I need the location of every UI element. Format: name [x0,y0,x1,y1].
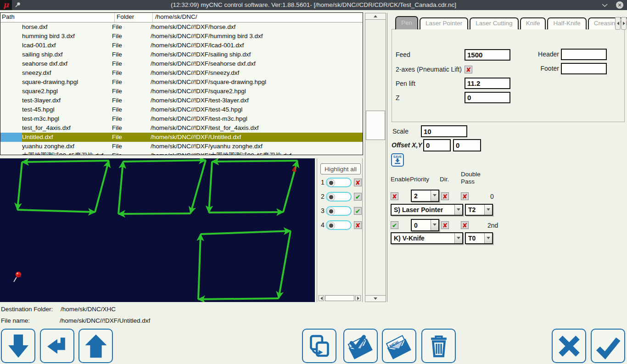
new-file-button[interactable]: NEW [382,329,416,363]
layer2-extra-value: 2nd [487,222,498,229]
layer2-tool-dropdown[interactable]: K) V-Knife [391,232,463,244]
tab-knife[interactable]: Knife [520,17,546,29]
layer2-enable-checkbox[interactable]: ✔ [391,221,398,229]
table-row[interactable]: test_for_4axis.dxfFile/home/sk/DNC//!DXF… [0,123,363,133]
pushpin-icon [12,270,23,283]
current-directory: /home/sk/DNC/ [155,13,197,20]
triangle-right-icon [623,22,625,25]
toggle-knob-icon [327,207,335,215]
file-name-value: /home/sk/DNC//!DXF/Untitled.dxf [60,317,150,324]
chevron-down-icon[interactable] [431,190,438,201]
table-row[interactable]: lcad-001.dxfFile/home/sk/DNC//!DXF/lcad-… [0,41,363,50]
save-label: SAVE [392,155,403,158]
up-folder-button[interactable] [78,329,113,363]
save-arrow-icon [394,158,401,164]
layer-checkbox[interactable]: ✔ [354,193,362,201]
layer-toggle[interactable] [326,206,352,216]
scroll-up-button[interactable] [365,13,386,20]
column-header-path[interactable]: Path [2,13,15,20]
layer2-dir-checkbox[interactable]: ✘ [441,221,449,229]
save-button[interactable]: SAVE [391,153,404,167]
column-header-folder[interactable]: Folder [117,13,134,20]
layer-checkbox[interactable]: ✘ [354,179,362,186]
tab-half-knife[interactable]: Half-Knife [547,17,586,29]
offset-x-input[interactable] [423,139,451,151]
offset-y-input[interactable] [453,139,481,151]
download-file-button[interactable] [1,329,35,363]
table-row[interactable]: sailing ship.dxfFile/home/sk/DNC//!DXF/s… [0,50,363,59]
table-row[interactable]: horse.dxfFile/home/sk/DNC//!DXF/horse.dx… [0,22,363,32]
scroll-left-button[interactable] [319,295,324,301]
layer2-priority-dropdown[interactable]: 0 [411,219,439,231]
title-bar: μ (12:32:09) myCNC control software. Ver… [0,0,627,10]
layer-checkbox[interactable]: ✘ [354,221,362,229]
layer-number: 2 [321,193,325,200]
layer-number: 4 [321,221,325,229]
triangle-up-icon [374,15,377,17]
apply-file-button[interactable] [343,329,378,363]
tab-laser-cutting[interactable]: Laser Cutting [470,17,518,29]
table-row[interactable]: humming bird 3.dxfFile/home/sk/DNC//!DXF… [0,32,363,41]
highlight-row: 2✔ [317,192,362,202]
close-icon[interactable]: ✕ [616,1,623,9]
table-row[interactable]: seahorse dxf.dxfFile/home/sk/DNC//!DXF/s… [0,59,363,68]
chevron-down-icon[interactable] [454,233,462,243]
delete-file-button[interactable] [421,329,456,363]
scrollbar-thumb[interactable] [366,111,385,140]
file-browser-header: Path Folder /home/sk/DNC/ [0,13,363,22]
table-row[interactable]: sneezy.dxfFile/home/sk/DNC//!DXF/sneezy.… [0,68,363,78]
file-list-scrollbar[interactable] [365,13,386,302]
preview-canvas[interactable]: 4 [0,158,315,302]
tab-laser-pointer[interactable]: Laser Pointer [420,17,468,29]
triangle-right-icon [357,297,359,300]
table-row[interactable]: square-drawing.hpglFile/home/sk/DNC//!DX… [0,78,363,87]
toggle-knob-icon [327,179,335,187]
layer1-priority-dropdown[interactable]: 2 [411,190,439,202]
chevron-down-icon[interactable] [484,233,492,243]
scroll-down-button[interactable] [365,295,386,302]
pen-settings-group [392,29,625,122]
priority-header: Priority [410,176,429,183]
layer-toggle[interactable] [326,178,352,187]
toggle-knob-icon [327,193,335,201]
tab-scroll-right-button[interactable] [621,17,627,30]
layer1-dir-checkbox[interactable]: ✘ [441,192,449,200]
cancel-button[interactable] [552,329,586,363]
file-name-label: File name: [1,317,30,324]
table-row[interactable]: test-45.hpglFile/home/sk/DNC//!DXF/test-… [0,105,363,114]
table-row[interactable]: yuanhu zonghe.dxfFile/home/sk/DNC//!DXF/… [0,142,363,151]
layer1-doublepass-checkbox[interactable]: ✘ [461,192,469,200]
layer1-tool-dropdown[interactable]: S) Laser Pointer [391,204,463,216]
minimize-chevron-icon[interactable] [602,4,608,7]
table-row[interactable]: 大圆挑圆测试90 45度刀片 dxfFile/home/sk/DNC//!DXF… [0,151,363,155]
layer1-tool-number-dropdown[interactable]: T2 [465,204,493,216]
return-button[interactable] [40,329,74,363]
layer-toggle[interactable] [326,192,352,202]
table-row[interactable]: test-3layer.dxfFile/home/sk/DNC//!DXF/te… [0,96,363,105]
destination-folder-value: /home/sk/DNC/XHC [61,306,116,313]
layer2-doublepass-checkbox[interactable]: ✘ [461,221,469,229]
confirm-button[interactable] [591,329,625,363]
layer-checkbox[interactable]: ✔ [354,207,362,215]
highlight-all-button[interactable]: Highlight all [320,163,361,174]
toolpath-shapes [17,160,297,299]
copy-file-button[interactable] [302,329,336,363]
layer1-enable-checkbox[interactable]: ✘ [391,192,398,200]
tab-pen[interactable]: Pen [395,16,418,29]
chevron-down-icon[interactable] [431,220,438,230]
column-divider [114,13,115,22]
chevron-down-icon[interactable] [484,205,492,215]
highlight-scrollbar[interactable] [319,295,361,301]
scrollbar-thumb[interactable] [325,295,354,301]
table-row[interactable]: square2.hpglFile/home/sk/DNC//!DXF/squar… [0,87,363,96]
scale-input[interactable] [421,125,467,137]
table-row[interactable]: test-m3c.hpglFile/home/sk/DNC//!DXF/test… [0,114,363,123]
cancel-x-icon [554,331,584,361]
highlight-row: 1✘ [317,178,362,188]
chevron-down-icon[interactable] [454,205,462,215]
layer2-tool-number-dropdown[interactable]: T0 [465,232,493,244]
scroll-right-button[interactable] [355,295,361,301]
tab-scroll-left-button[interactable] [615,17,621,30]
table-row[interactable]: Untitled.dxfFile/home/sk/DNC//!DXF/Untit… [0,133,363,142]
layer-toggle[interactable] [326,220,352,230]
